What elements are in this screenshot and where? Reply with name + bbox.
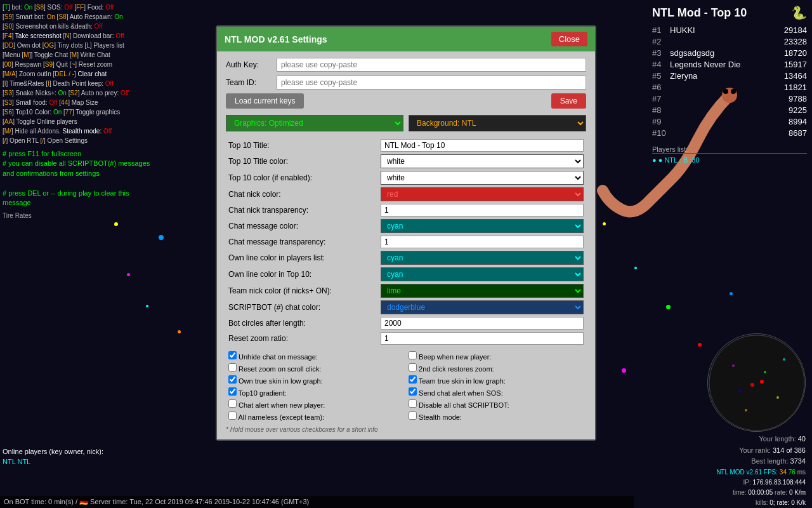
minimap-svg	[708, 334, 806, 432]
top10-title-color-select[interactable]: whiteredcyan	[381, 154, 584, 168]
reset-zoom-scroll-checkbox[interactable]	[228, 363, 237, 371]
own-line-players-label: Own line color in players list:	[226, 250, 378, 266]
top10-row-2: #2 23328	[652, 37, 807, 46]
stats-panel: Your length: 40 Your rank: 314 of 386 Be…	[716, 434, 806, 508]
all-nameless-checkbox[interactable]	[228, 411, 237, 420]
svg-point-8	[732, 364, 735, 367]
top10-color-row: Top 10 color (if enabled): whiteredcyan	[226, 170, 586, 186]
keybind-line: [S3] Small food: Off [44] Map Size	[3, 98, 213, 107]
stealth-mode-checkbox[interactable]	[409, 411, 417, 420]
chat-msg-color-row: Chat message color: cyanwhitered	[226, 218, 586, 234]
auth-key-label: Auth Key:	[226, 60, 277, 69]
scriptbot-color-select[interactable]: dodgerbluewhitecyan	[381, 300, 584, 314]
chat-msg-transparency-input[interactable]	[381, 236, 584, 248]
chat-msg-transparency-row: Chat message transparency:	[226, 234, 586, 250]
players-list-title: Players list:	[652, 145, 807, 154]
team-id-label: Team ID:	[226, 78, 277, 87]
second-click-zoom-checkbox[interactable]	[409, 363, 417, 371]
best-length-stat: Best length: 3734	[716, 456, 806, 467]
save-button[interactable]: Save	[551, 93, 586, 109]
top10-color-label: Top 10 color (if enabled):	[226, 170, 378, 186]
top10-gradient-checkbox[interactable]	[228, 387, 237, 396]
graphics-select[interactable]: Graphics: Optimized Graphics: Fast Graph…	[226, 115, 403, 131]
kills-value: 0; rate: 0 K/k	[769, 499, 806, 506]
background-select[interactable]: Background: NTL Background: Default	[409, 115, 586, 131]
chat-msg-color-select[interactable]: cyanwhitered	[381, 219, 584, 233]
chat-message: # you can disable all SCRIPTBOT(#) messa…	[3, 159, 213, 168]
beep-new-player-label: Beep when new player:	[409, 353, 491, 361]
client-time: 2019-10-22 10:47:46 (GMT+3)	[214, 498, 310, 505]
reset-zoom-scroll-label: Reset zoom on scroll click:	[228, 365, 321, 373]
rank-5: #5	[652, 71, 670, 81]
own-line-top10-select[interactable]: cyanwhitered	[381, 267, 584, 281]
length-value: 40	[798, 435, 806, 443]
minimap	[707, 333, 806, 432]
score-1: 29184	[775, 25, 807, 35]
team-true-skin-label: Team true skin in low graph:	[409, 377, 506, 385]
auth-key-input[interactable]	[277, 58, 586, 72]
fps-value2: 76	[789, 469, 796, 476]
close-button[interactable]: Close	[551, 32, 587, 46]
chat-nick-color-select[interactable]: redwhitecyan	[381, 187, 584, 201]
chat-nick-color-label: Chat nick color:	[226, 186, 378, 203]
checkbox-row-3: Own true skin in low graph: Team true sk…	[226, 374, 586, 386]
rank-value: 314 of 386	[773, 446, 806, 454]
length-stat: Your length: 40	[716, 434, 806, 445]
keybind-line: [/] Open RTL [/] Open Settings	[3, 136, 213, 145]
team-id-row: Team ID:	[226, 76, 586, 90]
svg-point-7	[776, 396, 779, 399]
time-label: time:	[733, 489, 748, 496]
beep-new-player-checkbox[interactable]	[409, 351, 417, 359]
own-line-players-row: Own line color in players list: cyanwhit…	[226, 250, 586, 266]
top10-row-8: #8 9225	[652, 105, 807, 115]
rank-label: Your rank:	[739, 446, 773, 454]
kills-stat: kills: 0; rate: 0 K/k	[716, 498, 806, 508]
svg-point-11	[760, 380, 764, 384]
rank-7: #7	[652, 94, 670, 104]
top10-title-text: NTL Mod - Top 10	[652, 6, 747, 20]
chat-nick-transparency-row: Chat nick transparency:	[226, 203, 586, 218]
top10-title-label: Top 10 Title:	[226, 138, 378, 153]
top10-row-9: #9 8994	[652, 117, 807, 126]
rank-1: #1	[652, 25, 670, 35]
fps-value: 34	[780, 469, 787, 476]
team-nick-color-label: Team nick color (if nicks+ ON):	[226, 283, 378, 299]
top10-color-select[interactable]: whiteredcyan	[381, 171, 584, 185]
svg-point-5	[764, 371, 766, 373]
chat-message: # press DEL or -- during play to clear t…	[3, 189, 213, 198]
bot-circles-input[interactable]	[381, 317, 584, 330]
checkbox-row-4: Top10 gradient: Send chat alert when SOS…	[226, 386, 586, 398]
ip-label: IP:	[743, 479, 753, 486]
top10-list: #1 HUKKI 29184 #2 23328 #3 sdgsadgsdg 18…	[652, 25, 807, 138]
load-keys-button[interactable]: Load current keys	[226, 93, 304, 109]
send-chat-alert-sos-checkbox[interactable]	[409, 387, 417, 396]
disable-chat-scriptbot-checkbox[interactable]	[409, 399, 417, 408]
team-nick-color-select[interactable]: limewhitecyan	[381, 284, 584, 298]
bot-circles-row: Bot circles after length:	[226, 316, 586, 331]
modal-title: NTL MOD v2.61 Settings	[225, 34, 327, 44]
top10-title-input[interactable]	[381, 139, 584, 152]
team-true-skin-checkbox[interactable]	[409, 375, 417, 384]
server-time: Server time: Tue, 22 Oct 2019 09:47:46	[90, 498, 213, 505]
own-true-skin-checkbox[interactable]	[228, 375, 237, 384]
team-id-input[interactable]	[277, 76, 586, 90]
chat-area: # press F11 for fullscreen # you can dis…	[3, 149, 213, 208]
top10-title-row: Top 10 Title:	[226, 138, 586, 153]
rank-8: #8	[652, 105, 670, 115]
team-nick-color-row: Team nick color (if nicks+ ON): limewhit…	[226, 283, 586, 299]
reset-zoom-input[interactable]	[381, 332, 584, 345]
rank-10: #10	[652, 128, 670, 138]
unhide-chat-checkbox[interactable]	[228, 351, 237, 359]
own-line-players-select[interactable]: cyanwhitered	[381, 251, 584, 265]
checkbox-row-6: All nameless (except team): Stealth mode…	[226, 410, 586, 422]
rank-4: #4	[652, 60, 670, 69]
chat-alert-new-player-checkbox[interactable]	[228, 399, 237, 408]
time-stat: time: 00:00:05 rate: 0 K/m	[716, 488, 806, 498]
chat-msg-color-label: Chat message color:	[226, 218, 378, 234]
chat-nick-color-row: Chat nick color: redwhitecyan	[226, 186, 586, 203]
left-panel: [T] bot: On [S8] SOS: Off [FF] Food: Off…	[0, 0, 216, 489]
stealth-mode-label: Stealth mode:	[409, 413, 462, 421]
keybind-line: [M/] Hide all Addons. Stealth mode: Off	[3, 126, 213, 136]
score-8: 9225	[775, 105, 807, 115]
chat-nick-transparency-input[interactable]	[381, 204, 584, 217]
